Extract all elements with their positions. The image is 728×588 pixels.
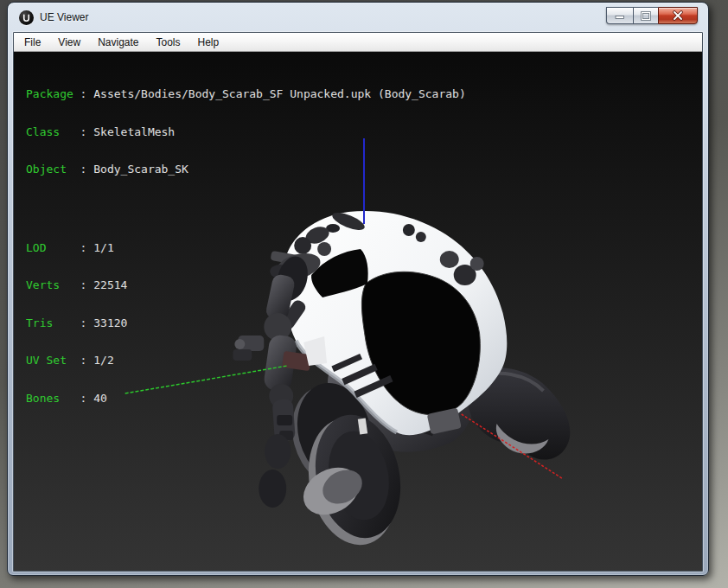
info-value: 1/2 — [93, 354, 113, 367]
info-value: 22514 — [93, 278, 127, 291]
info-separator: : — [80, 278, 94, 291]
info-label: Class — [26, 126, 80, 139]
menu-item-help[interactable]: Help — [189, 33, 228, 51]
maximize-button[interactable] — [633, 7, 658, 24]
info-separator: : — [80, 316, 94, 329]
info-panel: Package: Assets/Bodies/Body_Scarab_SF Un… — [26, 63, 466, 455]
menubar: File View Navigate Tools Help — [14, 33, 702, 52]
info-label: LOD — [26, 242, 80, 255]
info-value: SkeletalMesh — [93, 125, 175, 138]
info-separator: : — [80, 241, 94, 254]
menu-item-tools[interactable]: Tools — [148, 33, 189, 51]
close-button[interactable] — [658, 7, 698, 24]
info-label: Package — [26, 88, 80, 101]
info-value: Body_Scarab_SK — [93, 163, 188, 176]
info-label: UV Set — [26, 355, 80, 368]
info-separator: : — [80, 354, 94, 367]
minimize-button[interactable] — [606, 7, 633, 24]
info-label: Tris — [26, 317, 80, 330]
info-value: 1/1 — [93, 241, 113, 254]
window-title: UE Viewer — [40, 11, 88, 23]
info-row-lod: LOD: 1/1 — [26, 242, 466, 255]
viewport-3d[interactable]: Package: Assets/Bodies/Body_Scarab_SF Un… — [14, 52, 702, 571]
info-row-uvset: UV Set: 1/2 — [26, 355, 466, 368]
info-separator: : — [80, 392, 94, 405]
info-value: 40 — [93, 392, 107, 405]
info-row-tris: Tris: 33120 — [26, 317, 466, 330]
info-row-object: Object: Body_Scarab_SK — [26, 163, 466, 176]
info-label: Bones — [26, 393, 80, 406]
window-controls — [606, 7, 698, 24]
mesh-stats: LOD: 1/1 Verts: 22514 Tris: 33120 UV Set… — [26, 217, 466, 431]
titlebar[interactable]: UE Viewer — [13, 3, 703, 32]
client-area: File View Navigate Tools Help — [13, 32, 703, 572]
ue-viewer-window: UE Viewer File — [7, 2, 709, 576]
info-separator: : — [80, 163, 94, 176]
info-value: 33120 — [93, 316, 127, 329]
minimize-icon — [615, 11, 625, 20]
info-separator: : — [80, 87, 94, 100]
info-label: Object — [26, 163, 80, 176]
info-label: Verts — [26, 279, 80, 292]
menu-item-view[interactable]: View — [49, 33, 89, 51]
close-icon — [672, 10, 684, 21]
info-value: Assets/Bodies/Body_Scarab_SF Unpacked.up… — [93, 87, 465, 100]
menu-item-file[interactable]: File — [16, 33, 49, 51]
info-row-verts: Verts: 22514 — [26, 279, 466, 292]
ue-viewer-logo-icon — [19, 10, 34, 25]
info-row-bones: Bones: 40 — [26, 393, 466, 406]
info-row-package: Package: Assets/Bodies/Body_Scarab_SF Un… — [26, 88, 466, 101]
info-separator: : — [80, 125, 94, 138]
info-row-class: Class: SkeletalMesh — [26, 126, 466, 139]
maximize-icon — [641, 11, 651, 21]
menu-item-navigate[interactable]: Navigate — [89, 33, 147, 51]
